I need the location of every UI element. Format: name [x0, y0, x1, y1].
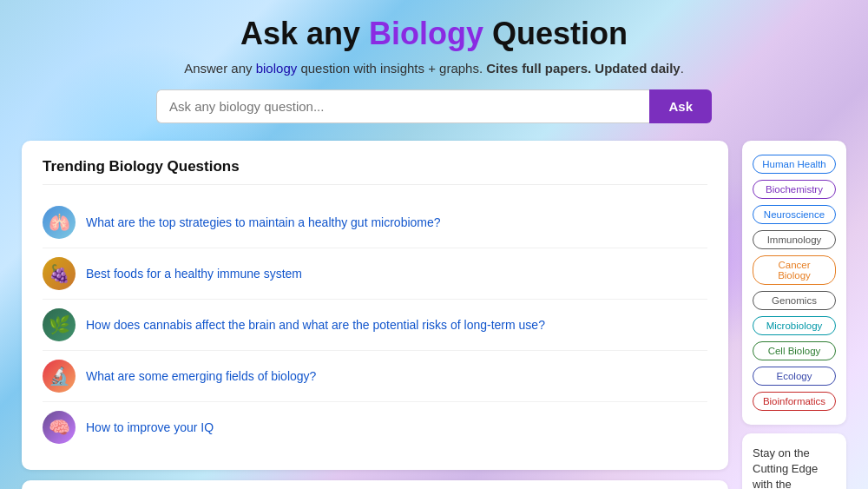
tag-neuroscience[interactable]: Neuroscience	[753, 205, 836, 224]
question-icon-5: 🧠	[43, 411, 76, 444]
question-icon-2: 🍇	[43, 257, 76, 290]
tag-human-health[interactable]: Human Health	[753, 155, 836, 174]
tag-genomics[interactable]: Genomics	[753, 291, 836, 310]
subtitle-link[interactable]: biology	[256, 61, 298, 76]
two-column-layout: Trending Biology Questions 🫁 What are th…	[22, 141, 846, 489]
tag-immunology[interactable]: Immunology	[753, 230, 836, 249]
question-icon-1: 🫁	[43, 206, 76, 239]
search-input[interactable]	[156, 89, 649, 123]
page-title: Ask any Biology Question	[240, 16, 628, 52]
question-icon-3: 🌿	[43, 308, 76, 341]
main-column: Trending Biology Questions 🫁 What are th…	[22, 141, 728, 489]
sidebar-bottom-text: Stay on the Cutting Edge with the	[753, 446, 818, 489]
subtitle-prefix: Answer any	[184, 61, 256, 76]
table-row: 🍇 Best foods for a healthy immune system	[43, 248, 707, 300]
trending-title: Trending Biology Questions	[43, 158, 707, 185]
table-row: 🌿 How does cannabis affect the brain and…	[43, 300, 707, 351]
tag-cell-biology[interactable]: Cell Biology	[753, 341, 836, 360]
title-suffix: Question	[483, 16, 628, 51]
sidebar-bottom-card: Stay on the Cutting Edge with the	[742, 433, 846, 489]
question-icon-4: 🔬	[43, 360, 76, 393]
trending-card: Trending Biology Questions 🫁 What are th…	[22, 141, 728, 470]
tag-cancer-biology[interactable]: Cancer Biology	[753, 255, 836, 285]
sidebar: Human Health Biochemistry Neuroscience I…	[742, 141, 846, 489]
subtitle: Answer any biology question with insight…	[184, 61, 684, 76]
trending-question-list: 🫁 What are the top strategies to maintai…	[43, 197, 707, 453]
trending-title-text: Trending Biology Questions	[43, 158, 240, 175]
recent-card: Recent Biology Questions 🧫 Is taking Lac…	[22, 480, 728, 489]
title-prefix: Ask any	[240, 16, 369, 51]
subtitle-period: .	[681, 61, 684, 76]
subtitle-bold: Cites full papers. Updated daily	[486, 61, 680, 76]
question-link-4[interactable]: What are some emerging fields of biology…	[86, 369, 316, 383]
tag-microbiology[interactable]: Microbiology	[753, 316, 836, 335]
question-link-3[interactable]: How does cannabis affect the brain and w…	[86, 318, 545, 332]
tag-ecology[interactable]: Ecology	[753, 367, 836, 386]
table-row: 🫁 What are the top strategies to maintai…	[43, 197, 707, 248]
tag-bioinformatics[interactable]: Bioinformatics	[753, 392, 836, 411]
question-link-5[interactable]: How to improve your IQ	[86, 420, 214, 434]
ask-button[interactable]: Ask	[649, 89, 712, 123]
table-row: 🧠 How to improve your IQ	[43, 402, 707, 453]
tag-biochemistry[interactable]: Biochemistry	[753, 180, 836, 199]
subtitle-middle: question with insights + graphs.	[297, 61, 486, 76]
question-link-2[interactable]: Best foods for a healthy immune system	[86, 267, 302, 281]
tags-card: Human Health Biochemistry Neuroscience I…	[742, 141, 846, 425]
table-row: 🔬 What are some emerging fields of biolo…	[43, 351, 707, 402]
search-bar: Ask	[156, 89, 712, 123]
title-highlight: Biology	[369, 16, 483, 51]
question-link-1[interactable]: What are the top strategies to maintain …	[86, 215, 441, 229]
